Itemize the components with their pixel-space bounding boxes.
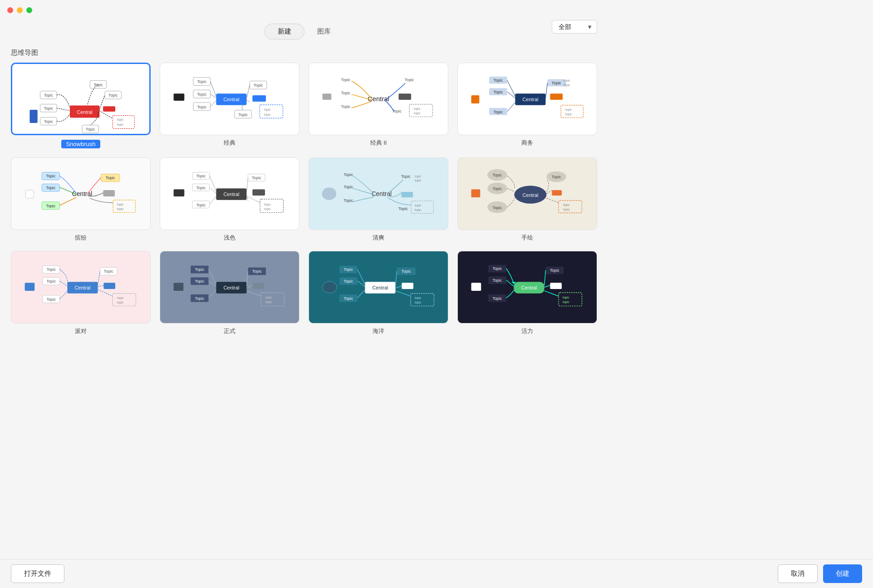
template-card-classic[interactable]: Central topic topic Topic Topic Topic (160, 63, 299, 135)
svg-line-38 (211, 101, 216, 107)
svg-text:topic: topic (265, 296, 272, 299)
top-nav: 新建 图库 全部 思维导图 组织架构 鱼骨图 时间线 ▼ (0, 20, 608, 47)
svg-rect-125 (552, 190, 562, 196)
svg-text:Topic: Topic (108, 93, 118, 98)
library-button[interactable]: 图库 (304, 24, 343, 39)
template-item-party[interactable]: Central topic topic Topic Topic Topic To… (11, 251, 151, 335)
svg-text:Topic: Topic (398, 206, 408, 211)
bottom-bar: 打开文件 取消 创建 (0, 559, 608, 586)
open-file-button[interactable]: 打开文件 (11, 564, 64, 583)
template-item-colorful[interactable]: Central topic topic Topic Topic Topic (11, 157, 151, 242)
svg-text:topic: topic (117, 123, 124, 127)
svg-text:Topic: Topic (104, 269, 113, 274)
template-label-colorful: 缤纷 (75, 234, 87, 242)
template-label-classic2: 经典 II (370, 139, 387, 147)
svg-text:Topic: Topic (195, 279, 204, 284)
svg-text:topic: topic (414, 107, 421, 111)
svg-text:topic: topic (265, 300, 272, 304)
template-item-classic2[interactable]: Central topic topic Topic Topic Topic To… (309, 63, 448, 148)
svg-text:Central: Central (74, 285, 90, 290)
template-card-snowbrush[interactable]: Central topic topic Topic Topic Topic (11, 63, 151, 135)
template-item-sketch[interactable]: Central topic topic Topic Topic Topic (457, 157, 597, 242)
svg-line-191 (396, 271, 397, 286)
svg-text:topic: topic (117, 118, 124, 122)
svg-rect-3 (103, 106, 115, 112)
filter-select[interactable]: 全部 思维导图 组织架构 鱼骨图 时间线 (552, 20, 597, 34)
templates-grid: Central topic topic Topic Topic Topic (0, 63, 608, 344)
svg-text:Topic: Topic (238, 113, 248, 117)
template-card-formal[interactable]: Central topic topic Topic Topic Topic To… (160, 251, 299, 323)
svg-rect-56 (561, 105, 583, 118)
svg-text:topic: topic (564, 83, 570, 87)
svg-text:Topic: Topic (492, 278, 502, 283)
template-card-vitality[interactable]: Central topic topic Topic Topic Topic To… (457, 251, 597, 323)
template-card-light[interactable]: Central topic topic Topic Topic Topic To… (160, 157, 299, 230)
template-item-snowbrush[interactable]: Central topic topic Topic Topic Topic (11, 63, 151, 148)
svg-text:topic: topic (264, 108, 271, 112)
template-item-formal[interactable]: Central topic topic Topic Topic Topic To… (160, 251, 299, 335)
template-label-light: 浅色 (224, 234, 235, 242)
svg-text:topic: topic (414, 112, 421, 115)
svg-rect-91 (252, 189, 265, 196)
svg-text:topic: topic (264, 207, 271, 211)
svg-line-71 (507, 103, 515, 112)
minimize-button[interactable] (17, 7, 23, 13)
template-card-party[interactable]: Central topic topic Topic Topic Topic To… (11, 251, 151, 323)
svg-rect-141 (113, 294, 136, 306)
svg-text:Topic: Topic (195, 296, 204, 301)
template-card-colorful[interactable]: Central topic topic Topic Topic Topic (11, 157, 151, 230)
template-card-fresh[interactable]: Central topic topic Topic Topic Topic To… (309, 157, 448, 230)
template-card-ocean[interactable]: Central topic topic Topic Topic Topic To… (309, 251, 448, 323)
svg-text:Topic: Topic (343, 279, 353, 284)
svg-text:topic: topic (565, 113, 572, 116)
template-card-sketch[interactable]: Central topic topic Topic Topic Topic (457, 157, 597, 230)
svg-rect-77 (113, 200, 135, 213)
template-card-classic2[interactable]: Central topic topic Topic Topic Topic To… (309, 63, 448, 135)
close-button[interactable] (7, 7, 13, 13)
svg-line-105 (210, 196, 216, 205)
svg-text:Topic: Topic (46, 297, 56, 302)
svg-rect-177 (411, 294, 434, 306)
template-item-business[interactable]: Central topic topic Topic Topic Topic (457, 63, 597, 148)
section-title: 思维导图 (0, 47, 608, 63)
svg-text:Topic: Topic (44, 106, 54, 111)
svg-text:topic: topic (117, 203, 124, 206)
svg-text:Topic: Topic (493, 110, 503, 114)
template-item-light[interactable]: Central topic topic Topic Topic Topic To… (160, 157, 299, 242)
svg-text:topic: topic (415, 301, 422, 304)
svg-rect-155 (252, 283, 264, 289)
svg-text:topic: topic (415, 208, 422, 212)
svg-text:topic: topic (264, 203, 271, 206)
svg-text:Topic: Topic (492, 206, 502, 210)
svg-line-170 (247, 271, 248, 286)
svg-text:Topic: Topic (197, 105, 206, 109)
maximize-button[interactable] (26, 7, 32, 13)
svg-text:Topic: Topic (493, 90, 503, 94)
svg-text:Topic: Topic (343, 198, 353, 203)
svg-text:Topic: Topic (106, 176, 115, 180)
svg-rect-194 (471, 283, 481, 291)
svg-text:Central: Central (223, 97, 239, 102)
titlebar (0, 0, 608, 20)
svg-text:Central: Central (223, 191, 239, 197)
svg-text:Topic: Topic (197, 79, 206, 84)
svg-text:Topic: Topic (405, 78, 414, 82)
template-item-ocean[interactable]: Central topic topic Topic Topic Topic To… (309, 251, 448, 335)
svg-rect-198 (559, 293, 582, 306)
svg-text:Topic: Topic (492, 173, 502, 177)
svg-line-193 (396, 291, 411, 296)
template-item-vitality[interactable]: Central topic topic Topic Topic Topic To… (457, 251, 597, 335)
svg-text:Central: Central (372, 285, 388, 290)
template-card-business[interactable]: Central topic topic Topic Topic Topic (457, 63, 597, 135)
svg-line-72 (545, 83, 547, 98)
svg-rect-74 (26, 190, 34, 198)
svg-text:Topic: Topic (46, 174, 55, 178)
svg-rect-76 (103, 190, 115, 196)
template-label-party: 派对 (75, 327, 87, 335)
template-item-classic[interactable]: Central topic topic Topic Topic Topic (160, 63, 299, 148)
new-button[interactable]: 新建 (265, 24, 304, 39)
svg-text:Topic: Topic (197, 92, 206, 97)
template-label-formal: 正式 (224, 327, 235, 335)
template-item-fresh[interactable]: Central topic topic Topic Topic Topic To… (309, 157, 448, 242)
svg-text:Topic: Topic (343, 172, 353, 177)
